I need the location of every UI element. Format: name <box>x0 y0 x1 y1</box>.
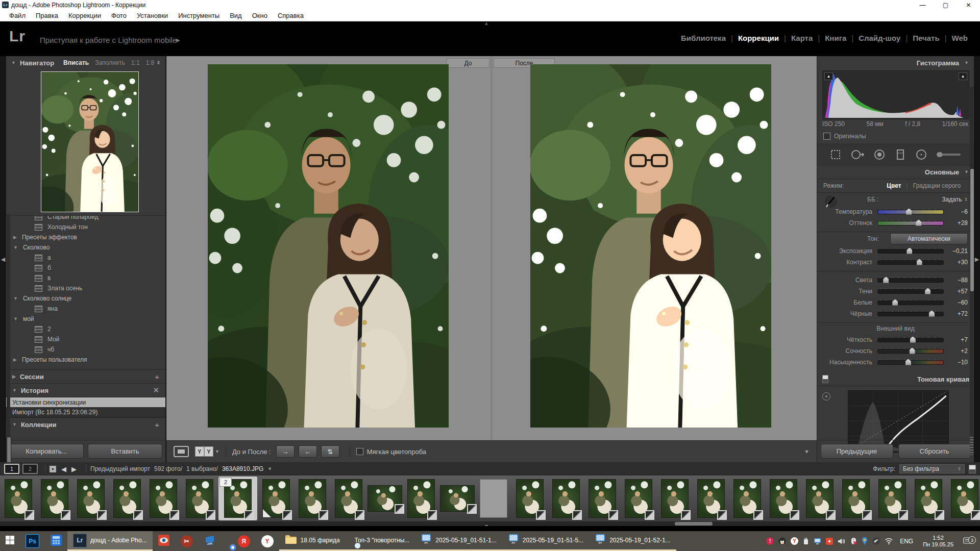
taskbar-button[interactable]: ✂ <box>175 531 199 551</box>
history-step[interactable]: Импорт (Вс 18.05.25 23:06:29) <box>6 407 165 417</box>
right-scrollbar[interactable] <box>970 87 973 444</box>
slider-thumb[interactable] <box>929 311 935 317</box>
adjustment-brush-tool-icon[interactable] <box>936 148 962 161</box>
film-thumbnail[interactable] <box>5 479 32 518</box>
slider-thumb[interactable] <box>883 277 889 283</box>
left-scrollbar[interactable] <box>7 214 10 461</box>
menu-item[interactable]: Окно <box>247 12 273 19</box>
volume-icon[interactable] <box>838 538 846 545</box>
next-photo-icon[interactable]: ▶ <box>71 465 77 473</box>
preset-item[interactable]: б <box>6 263 165 273</box>
white-balance-eyedropper-icon[interactable] <box>824 194 838 209</box>
toolbar-options-icon[interactable]: ▼ <box>804 448 810 455</box>
antivirus-icon[interactable] <box>872 537 880 545</box>
slider-track[interactable] <box>877 349 944 354</box>
slider-track[interactable] <box>877 338 944 342</box>
menu-item[interactable]: Фото <box>106 12 132 19</box>
taskbar-button[interactable]: ✂2025-05-19_01-51-1... <box>415 531 502 551</box>
film-thumbnail[interactable] <box>335 479 362 518</box>
crop-tool-icon[interactable] <box>829 148 842 161</box>
notification-center-icon[interactable]: 3 <box>961 537 977 545</box>
film-thumbnail-cell[interactable] <box>74 477 108 520</box>
graduated-filter-tool-icon[interactable] <box>894 148 907 161</box>
film-thumbnail-cell[interactable] <box>694 477 728 520</box>
film-thumbnail[interactable] <box>440 485 475 512</box>
slider-thumb[interactable] <box>925 288 930 294</box>
preset-item[interactable]: Мой <box>6 334 165 344</box>
second-window-button[interactable]: 2 <box>22 464 38 474</box>
slider-thumb[interactable] <box>906 248 912 254</box>
slider-track[interactable] <box>877 300 944 305</box>
film-thumbnail-cell[interactable] <box>110 477 144 520</box>
module-tab[interactable]: Книга <box>820 34 851 42</box>
slider-thumb[interactable] <box>892 299 898 306</box>
navigator-zoom-mode[interactable]: 1:8 <box>146 59 155 66</box>
module-tab[interactable]: Библиотека <box>676 34 731 42</box>
taskbar-button[interactable]: ✂2025-05-19_01-52-1... <box>589 531 676 551</box>
taskbar-button[interactable]: ✂2025-05-19_01-51-5... <box>502 531 589 551</box>
taskbar-button[interactable] <box>153 531 175 551</box>
right-panel-collapse[interactable]: ▶ <box>974 56 980 462</box>
main-window-button[interactable]: 1 <box>4 464 19 474</box>
preset-item[interactable]: 2 <box>6 324 165 334</box>
film-thumbnail[interactable] <box>480 479 507 518</box>
histogram[interactable]: ▲ ▲ <box>822 70 969 119</box>
preset-item[interactable]: чб <box>6 344 165 355</box>
module-tab[interactable]: Карта <box>786 34 818 42</box>
slider-thumb[interactable] <box>906 209 912 215</box>
mode-color-option[interactable]: Цвет <box>887 182 901 189</box>
film-thumbnail-cell[interactable]: 2 <box>218 477 257 520</box>
reset-button[interactable]: Сбросить <box>898 444 971 459</box>
film-thumbnail[interactable] <box>842 479 870 518</box>
navigator-preview[interactable] <box>41 71 139 212</box>
filter-select[interactable]: Без фильтра ⇕ <box>899 464 965 473</box>
film-thumbnail[interactable] <box>589 479 616 518</box>
before-after-view-icon[interactable]: YY▼ <box>195 446 219 457</box>
basic-panel-header[interactable]: Основные ▼ <box>817 165 974 179</box>
slider-track[interactable] <box>877 312 944 316</box>
zoom-stepper-icon[interactable]: ⇕ <box>156 60 160 65</box>
film-thumbnail-cell[interactable] <box>476 477 511 520</box>
defender-alert-icon[interactable] <box>826 538 833 545</box>
wb-preset-select[interactable]: Задать <box>942 196 962 203</box>
mode-bw-option[interactable]: Градации серого <box>913 182 961 189</box>
shadow-clipping-icon[interactable]: ▲ <box>824 72 833 80</box>
film-thumbnail[interactable] <box>661 479 689 518</box>
auto-tone-button[interactable]: Автоматически <box>890 233 968 244</box>
film-thumbnail[interactable] <box>113 479 141 518</box>
taskbar-button[interactable]: Я <box>232 531 256 551</box>
radial-filter-tool-icon[interactable] <box>915 148 928 161</box>
display-tray-icon[interactable] <box>814 538 821 545</box>
module-tab[interactable]: Коррекции <box>733 34 784 42</box>
slider-track[interactable] <box>877 221 944 226</box>
film-thumbnail-cell[interactable] <box>730 477 765 520</box>
softproof-checkbox[interactable] <box>356 448 363 455</box>
preset-group[interactable]: ▼Сколково солнце <box>6 293 165 304</box>
preset-group[interactable]: ▶Пресеты эффектов <box>6 232 165 242</box>
alert-icon[interactable]: ! <box>766 537 774 545</box>
previous-photo-icon[interactable]: ◀ <box>61 465 66 473</box>
targeted-adjustment-icon[interactable] <box>822 392 830 400</box>
identity-plate[interactable]: Приступая к работе с Lightroom mobile <box>40 36 177 44</box>
slider-track[interactable] <box>877 360 944 365</box>
preset-item[interactable]: а <box>6 253 165 263</box>
navigator-zoom-mode[interactable]: 1:1 <box>131 59 140 66</box>
film-thumbnail-cell[interactable] <box>512 477 547 520</box>
slider-thumb[interactable] <box>917 259 922 265</box>
add-collection-icon[interactable]: + <box>155 420 159 429</box>
film-thumbnail[interactable] <box>41 479 68 518</box>
taskbar-button[interactable] <box>45 531 67 551</box>
originals-checkbox[interactable] <box>823 133 830 140</box>
taskbar-button[interactable]: Y <box>256 531 279 551</box>
film-thumbnail[interactable] <box>368 485 402 512</box>
taskbar-button[interactable]: Ps <box>20 531 45 551</box>
film-thumbnail[interactable] <box>407 479 435 518</box>
copy-before-to-after-button[interactable]: → <box>276 445 295 458</box>
left-panel-collapse[interactable]: ◀ <box>0 56 6 462</box>
film-thumbnail[interactable] <box>262 479 290 518</box>
slider-track[interactable] <box>877 249 944 254</box>
after-photo[interactable] <box>530 64 771 428</box>
yandex-tray-icon[interactable]: Y <box>791 537 798 545</box>
film-thumbnail-cell[interactable] <box>1 477 36 520</box>
film-thumbnail[interactable] <box>770 479 797 518</box>
